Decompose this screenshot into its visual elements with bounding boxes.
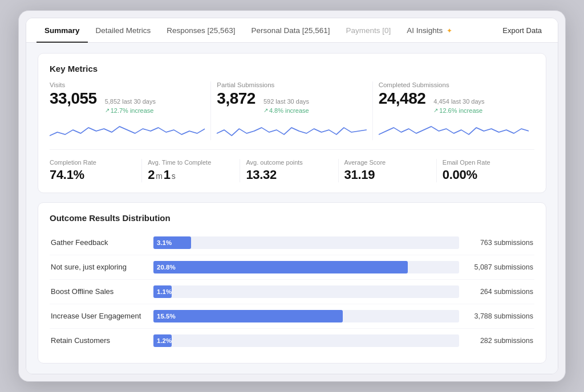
- visits-sub: 5,852 last 30 days 12.7% increase: [105, 97, 156, 115]
- partial-label: Partial Submissions: [217, 81, 366, 88]
- avg-time-value: 2 m 1 s: [148, 168, 234, 182]
- tab-detailed-metrics-label: Detailed Metrics: [96, 26, 151, 35]
- avg-time-metric: Avg. Time to Complete 2 m 1 s: [142, 159, 240, 182]
- outcome-label: Boost Offline Sales: [51, 287, 148, 296]
- outcome-bar-fill: 1.1%: [153, 285, 172, 298]
- export-label: Export Data: [502, 26, 542, 35]
- outcome-row: Gather Feedback 3.1% 763 submissions: [50, 231, 534, 255]
- metrics-bottom-row: Completion Rate 74.1% Avg. Time to Compl…: [50, 159, 534, 182]
- partial-sub: 592 last 30 days 4.8% increase: [263, 97, 309, 115]
- completed-sparkline: [379, 120, 529, 140]
- outcome-bar-bg: 15.5%: [153, 310, 459, 322]
- outcome-bar-bg: 3.1%: [153, 236, 459, 249]
- outcome-bar-pct: 1.1%: [157, 288, 172, 295]
- outcome-row: Retain Customers 1.2% 282 submissions: [50, 329, 534, 353]
- email-open-value: 0.00%: [443, 168, 529, 182]
- outcome-label: Increase User Engagement: [51, 312, 148, 320]
- outcome-title: Outcome Results Distribution: [50, 213, 534, 223]
- completion-rate-metric: Completion Rate 74.1%: [50, 159, 142, 182]
- visits-increase: 12.7% increase: [105, 107, 156, 115]
- outcome-row: Boost Offline Sales 1.1% 264 submissions: [50, 280, 534, 304]
- tab-detailed-metrics[interactable]: Detailed Metrics: [88, 18, 159, 43]
- completed-value: 24,482: [379, 89, 426, 108]
- outcome-bar-fill: 20.8%: [153, 261, 408, 273]
- partial-sub-count: 592 last 30 days: [263, 97, 309, 106]
- avg-outcome-value: 13.32: [246, 168, 332, 182]
- outcome-bar-bg: 1.2%: [153, 334, 459, 347]
- outcome-label: Gather Feedback: [51, 238, 148, 247]
- tab-payments-label: Payments [0]: [346, 26, 391, 35]
- outcome-submissions: 282 submissions: [465, 337, 533, 345]
- outcome-label: Not sure, just exploring: [51, 263, 148, 271]
- export-data-button[interactable]: Export Data: [497, 23, 548, 38]
- completed-increase: 12.6% increase: [433, 107, 484, 115]
- tab-summary[interactable]: Summary: [36, 18, 88, 43]
- outcome-row: Not sure, just exploring 20.8% 5,087 sub…: [50, 255, 534, 280]
- outcome-bar-pct: 1.2%: [157, 337, 172, 344]
- outcome-submissions: 763 submissions: [465, 239, 533, 247]
- avg-time-seconds: 1: [164, 168, 171, 182]
- tab-summary-label: Summary: [44, 26, 80, 35]
- outcome-bar-bg: 1.1%: [153, 285, 459, 298]
- outcome-table: Gather Feedback 3.1% 763 submissions Not…: [50, 231, 534, 353]
- partial-sparkline: [217, 120, 366, 140]
- outcome-bar-container: 3.1%: [153, 236, 459, 249]
- tabs-bar: Summary Detailed Metrics Responses [25,5…: [26, 18, 558, 43]
- completed-submissions-metric: Completed Submissions 24,482 4,454 last …: [373, 81, 534, 140]
- completion-rate-label: Completion Rate: [50, 159, 136, 166]
- outcome-submissions: 5,087 submissions: [465, 263, 533, 271]
- star-icon: ✦: [447, 27, 452, 35]
- visits-label: Visits: [50, 81, 205, 88]
- outcome-bar-fill: 1.2%: [153, 334, 172, 347]
- completed-sub-count: 4,454 last 30 days: [433, 97, 484, 106]
- visits-metric: Visits 33,055 5,852 last 30 days 12.7% i…: [50, 81, 211, 140]
- tab-ai-insights[interactable]: AI Insights ✦: [399, 18, 460, 43]
- device-frame: Summary Detailed Metrics Responses [25,5…: [18, 10, 566, 382]
- outcome-bar-container: 1.1%: [153, 285, 459, 298]
- partial-submissions-metric: Partial Submissions 3,872 592 last 30 da…: [211, 81, 372, 140]
- avg-score-value: 31.19: [344, 168, 431, 182]
- tab-personal-data-label: Personal Data [25,561]: [251, 26, 330, 35]
- tab-ai-insights-label: AI Insights: [407, 26, 443, 35]
- tab-responses-label: Responses [25,563]: [167, 26, 235, 35]
- outcome-row: Increase User Engagement 15.5% 3,788 sub…: [50, 304, 534, 329]
- outcome-submissions: 3,788 submissions: [465, 312, 533, 320]
- outcome-bar-pct: 20.8%: [157, 264, 176, 271]
- key-metrics-card: Key Metrics Visits 33,055 5,852 last 30 …: [38, 53, 546, 193]
- outcome-card: Outcome Results Distribution Gather Feed…: [38, 202, 546, 364]
- outcome-bar-pct: 15.5%: [157, 313, 176, 320]
- partial-value: 3,872: [217, 89, 256, 108]
- metrics-top-row: Visits 33,055 5,852 last 30 days 12.7% i…: [50, 81, 534, 150]
- completed-label: Completed Submissions: [379, 81, 529, 88]
- outcome-bar-container: 15.5%: [153, 310, 459, 322]
- outcome-bar-fill: 15.5%: [153, 310, 343, 322]
- visits-sparkline: [50, 120, 205, 140]
- outcome-bar-pct: 3.1%: [157, 239, 172, 246]
- completed-sub: 4,454 last 30 days 12.6% increase: [433, 97, 484, 115]
- avg-time-minutes: 2: [148, 168, 155, 182]
- outcome-label: Retain Customers: [51, 336, 148, 345]
- avg-score-metric: Average Score 31.19: [339, 159, 437, 182]
- key-metrics-title: Key Metrics: [50, 64, 534, 74]
- outcome-bar-bg: 20.8%: [153, 261, 459, 273]
- email-open-label: Email Open Rate: [443, 159, 529, 166]
- avg-outcome-label: Avg. outcome points: [246, 159, 332, 166]
- content-area: Key Metrics Visits 33,055 5,852 last 30 …: [26, 43, 558, 374]
- tab-personal-data[interactable]: Personal Data [25,561]: [243, 18, 338, 43]
- tab-responses[interactable]: Responses [25,563]: [159, 18, 243, 43]
- avg-time-label: Avg. Time to Complete: [148, 159, 234, 166]
- tab-payments: Payments [0]: [338, 18, 399, 43]
- completion-rate-value: 74.1%: [50, 168, 136, 182]
- email-open-rate-metric: Email Open Rate 0.00%: [437, 159, 534, 182]
- partial-increase: 4.8% increase: [263, 107, 309, 115]
- visits-sub-count: 5,852 last 30 days: [105, 97, 156, 106]
- outcome-bar-container: 1.2%: [153, 334, 459, 347]
- outcome-bar-container: 20.8%: [153, 261, 459, 273]
- inner-frame: Summary Detailed Metrics Responses [25,5…: [26, 18, 558, 374]
- avg-score-label: Average Score: [344, 159, 431, 166]
- visits-value: 33,055: [50, 89, 97, 108]
- outcome-submissions: 264 submissions: [465, 288, 533, 296]
- avg-outcome-metric: Avg. outcome points 13.32: [240, 159, 338, 182]
- outcome-bar-fill: 3.1%: [153, 236, 191, 249]
